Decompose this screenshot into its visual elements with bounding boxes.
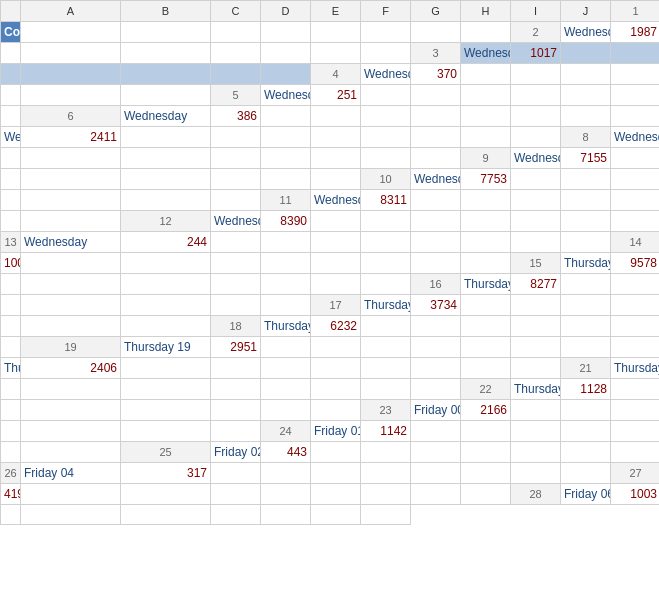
empty-cell	[261, 379, 311, 400]
empty-cell	[611, 274, 659, 295]
empty-cell	[1, 85, 21, 106]
empty-cell	[121, 169, 211, 190]
empty-cell	[461, 22, 511, 43]
row-header-21: 21	[561, 358, 611, 379]
empty-cell	[311, 253, 361, 274]
empty-cell	[311, 211, 361, 232]
topic-cell-row-19: Thursday 19	[121, 337, 211, 358]
empty-cell	[261, 400, 311, 421]
empty-cell	[361, 316, 411, 337]
corner-cell	[1, 1, 21, 22]
empty-cell	[21, 253, 121, 274]
empty-cell	[611, 43, 659, 64]
topic-cell-row-16: Thursday 14	[461, 274, 511, 295]
topic-cell-row-13: Wednesday	[21, 232, 121, 253]
empty-cell	[21, 64, 121, 85]
empty-cell	[121, 43, 211, 64]
empty-cell	[361, 22, 411, 43]
count-header-cell[interactable]: Count ▼	[1, 22, 21, 43]
empty-cell	[511, 232, 561, 253]
empty-cell	[21, 43, 121, 64]
row-header-18: 18	[211, 316, 261, 337]
topic-cell-row-2: Wednesday	[561, 22, 611, 43]
empty-cell	[411, 421, 461, 442]
empty-cell	[311, 379, 361, 400]
topic-cell-row-10: Wednesday	[411, 169, 461, 190]
empty-cell	[261, 484, 311, 505]
count-cell-row-3: 1017	[511, 43, 561, 64]
empty-cell	[1, 64, 21, 85]
empty-cell	[461, 295, 511, 316]
empty-cell	[311, 43, 361, 64]
empty-cell	[21, 22, 121, 43]
empty-cell	[1, 106, 21, 127]
empty-cell	[411, 148, 461, 169]
count-cell-row-25: 443	[261, 442, 311, 463]
empty-cell	[511, 358, 561, 379]
topic-cell-row-9: Wednesday	[511, 148, 561, 169]
empty-cell	[511, 169, 561, 190]
topic-cell-row-4: Wednesday	[361, 64, 411, 85]
empty-cell	[1, 43, 21, 64]
row-header-15: 15	[511, 253, 561, 274]
empty-cell	[361, 379, 411, 400]
row-header-14: 14	[611, 232, 659, 253]
count-cell-row-12: 8390	[261, 211, 311, 232]
empty-cell	[611, 64, 659, 85]
topic-cell-row-28: Friday 06	[561, 484, 611, 505]
empty-cell	[261, 127, 311, 148]
row-header-27: 27	[611, 463, 659, 484]
empty-cell	[1, 190, 21, 211]
empty-cell	[211, 463, 261, 484]
empty-cell	[21, 505, 121, 525]
empty-cell	[561, 442, 611, 463]
empty-cell	[21, 379, 121, 400]
row-header-12: 12	[121, 211, 211, 232]
count-cell-row-10: 7753	[461, 169, 511, 190]
row-header-9: 9	[461, 148, 511, 169]
row-header-13: 13	[1, 232, 21, 253]
empty-cell	[611, 442, 659, 463]
empty-cell	[311, 148, 361, 169]
empty-cell	[211, 274, 261, 295]
empty-cell	[511, 421, 561, 442]
topic-cell-row-23: Friday 00	[411, 400, 461, 421]
empty-cell	[411, 379, 461, 400]
empty-cell	[361, 463, 411, 484]
row-header-16: 16	[411, 274, 461, 295]
empty-cell	[511, 106, 561, 127]
empty-cell	[311, 400, 361, 421]
empty-cell	[311, 232, 361, 253]
col-header-C: C	[211, 1, 261, 22]
empty-cell	[261, 358, 311, 379]
empty-cell	[311, 505, 361, 525]
empty-cell	[121, 316, 211, 337]
empty-cell	[211, 232, 261, 253]
row-header-4: 4	[311, 64, 361, 85]
empty-cell	[261, 505, 311, 525]
count-cell-row-26: 317	[121, 463, 211, 484]
empty-cell	[121, 505, 211, 525]
empty-cell	[611, 379, 659, 400]
empty-cell	[411, 127, 461, 148]
empty-cell	[511, 400, 561, 421]
empty-cell	[211, 505, 261, 525]
count-cell-row-4: 370	[411, 64, 461, 85]
empty-cell	[361, 484, 411, 505]
empty-cell	[461, 253, 511, 274]
empty-cell	[561, 337, 611, 358]
row-header-10: 10	[361, 169, 411, 190]
empty-cell	[411, 211, 461, 232]
empty-cell	[461, 85, 511, 106]
empty-cell	[511, 463, 561, 484]
spreadsheet-wrapper: ABCDEFGHIJ1Topic ▼Count ▼2Wednesday19873…	[0, 0, 659, 606]
empty-cell	[561, 190, 611, 211]
empty-cell	[411, 463, 461, 484]
empty-cell	[511, 190, 561, 211]
empty-cell	[611, 190, 659, 211]
topic-cell-row-7: Wednesday	[1, 127, 21, 148]
empty-cell	[211, 379, 261, 400]
empty-cell	[511, 85, 561, 106]
row-header-24: 24	[261, 421, 311, 442]
count-cell-row-13: 244	[121, 232, 211, 253]
